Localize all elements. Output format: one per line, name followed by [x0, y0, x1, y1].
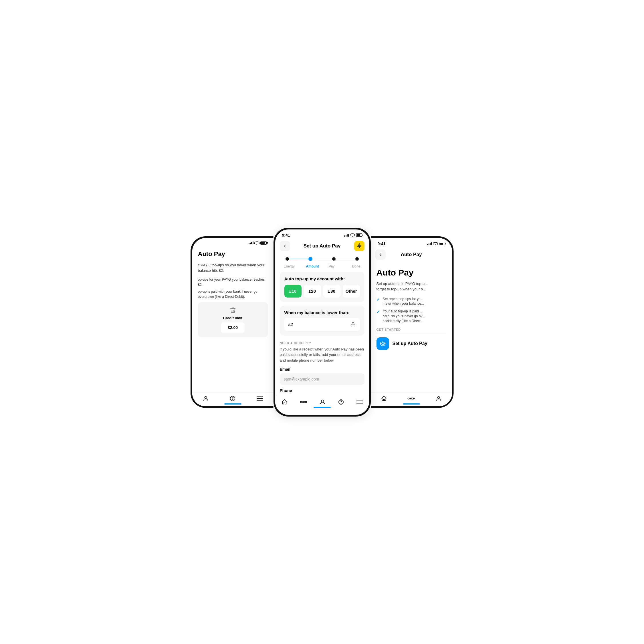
checkmark-1: ✓	[377, 297, 380, 302]
autopay-desc: Set up automatic PAYG top-u...forget to …	[377, 281, 446, 292]
status-bar-right: 9:41	[371, 238, 452, 247]
wifi-icon-right	[433, 242, 437, 245]
feature-text-2: Your auto top-up is paid ...card, so you…	[383, 309, 425, 323]
left-intro3: op-up is paid with your bank ll never go…	[198, 289, 268, 299]
signal-icon-center	[344, 234, 349, 237]
step-label-done: Done	[341, 264, 360, 268]
bottom-nav-left	[192, 392, 274, 406]
nav-network-center[interactable]	[300, 399, 307, 405]
step-dot-amount	[308, 257, 312, 261]
nav-account-right[interactable]	[435, 395, 442, 402]
balance-title: When my balance is lower than:	[284, 310, 360, 315]
get-started-label: GET STARTED	[377, 328, 446, 331]
nav-menu-left[interactable]	[257, 396, 263, 401]
credit-limit-label: Credit limit	[223, 316, 243, 320]
balance-value: £2	[288, 322, 293, 327]
wifi-icon-center	[350, 233, 354, 237]
battery-icon-center	[356, 233, 362, 237]
center-header-title: Set up Auto Pay	[304, 243, 341, 249]
wifi-icon-left	[255, 241, 259, 245]
svg-point-25	[437, 396, 439, 398]
screen-container: Auto Pay c PAYG top-ups so you never whe…	[165, 228, 479, 417]
step-line-2	[312, 259, 332, 259]
svg-point-15	[322, 400, 324, 402]
feature-text-1: Set repeat top-ups for yo...meter when y…	[383, 297, 424, 306]
amount-options: £10 £20 £30 Other	[284, 285, 360, 298]
left-phone-content: Auto Pay c PAYG top-ups so you never whe…	[192, 246, 274, 392]
phone-right: 9:41 Auto Pay	[371, 236, 454, 408]
balance-input-row: £2	[284, 318, 360, 331]
signal-icon-right	[427, 242, 432, 245]
setup-btn-label: Set up Auto Pay	[393, 341, 427, 346]
status-bar-left	[192, 238, 274, 246]
amount-btn-30[interactable]: £30	[323, 285, 340, 298]
credit-limit-card: Credit limit £2.00	[198, 302, 268, 337]
svg-point-21	[382, 343, 384, 345]
nav-account-center[interactable]	[319, 399, 326, 405]
feature-item-1: ✓ Set repeat top-ups for yo...meter when…	[377, 297, 446, 306]
left-intro1: c PAYG top-ups so you never when your ba…	[198, 262, 268, 274]
step-line-3	[336, 259, 355, 259]
right-header-title: Auto Pay	[401, 252, 422, 257]
time-center: 9:41	[282, 233, 290, 237]
autopay-title: Auto Pay	[377, 268, 446, 278]
svg-point-17	[341, 403, 341, 403]
signal-icon-left	[249, 241, 253, 244]
credit-limit-value: £2.00	[221, 322, 245, 333]
center-header: Set up Auto Pay	[275, 239, 369, 255]
progress-steps	[280, 255, 364, 265]
nav-menu-center[interactable]	[356, 399, 363, 405]
nav-help-center[interactable]	[338, 399, 344, 405]
setup-autopay-button[interactable]: Set up Auto Pay	[377, 337, 446, 350]
step-label-amount: Amount	[303, 264, 322, 268]
receipt-section: NEED A RECEIPT? If you'd like a receipt …	[275, 339, 369, 396]
back-button-center[interactable]	[280, 241, 290, 251]
checkmark-2: ✓	[377, 310, 380, 314]
battery-icon-left	[260, 241, 267, 245]
step-line-1	[289, 259, 309, 259]
lightning-button[interactable]	[354, 241, 364, 251]
nav-account-left[interactable]	[203, 395, 209, 402]
step-dot-pay	[332, 257, 336, 261]
email-input[interactable]: sam@example.com	[280, 373, 364, 385]
balance-card: When my balance is lower than: £2	[280, 306, 364, 336]
battery-icon-right	[439, 242, 445, 245]
step-dot-done	[355, 257, 359, 261]
phone-center: 9:41 Set up Auto Pay	[274, 228, 371, 417]
delete-icon[interactable]	[229, 307, 236, 314]
lock-icon	[350, 321, 356, 328]
steps-labels: Energy Amount Pay Done	[280, 264, 364, 268]
phone-label: Phone	[280, 388, 364, 393]
time-right: 9:41	[378, 241, 386, 246]
back-button-right[interactable]	[375, 249, 386, 260]
svg-point-5	[205, 396, 207, 398]
amount-btn-20[interactable]: £20	[304, 285, 321, 298]
svg-point-22	[408, 398, 409, 399]
feature-item-2: ✓ Your auto top-up is paid ...card, so y…	[377, 309, 446, 323]
amount-btn-10[interactable]: £10	[284, 285, 302, 298]
phone-left: Auto Pay c PAYG top-ups so you never whe…	[191, 236, 274, 408]
divider	[377, 334, 446, 334]
status-bar-center: 9:41	[275, 229, 369, 239]
svg-point-7	[233, 399, 233, 400]
topup-card: Auto top-up my account with: £10 £20 £30…	[280, 272, 364, 302]
step-label-pay: Pay	[322, 264, 341, 268]
nav-home-right[interactable]	[381, 395, 387, 402]
step-dot-energy	[286, 257, 289, 261]
receipt-label: NEED A RECEIPT?	[280, 341, 364, 345]
right-screen-content: Auto Pay Set up automatic PAYG top-u...f…	[371, 263, 452, 392]
topup-card-title: Auto top-up my account with:	[284, 276, 360, 281]
step-label-energy: Energy	[284, 264, 303, 268]
nav-home-center[interactable]	[281, 399, 288, 405]
email-label: Email	[280, 367, 364, 372]
setup-btn-icon	[377, 337, 389, 350]
svg-rect-11	[351, 324, 355, 327]
svg-rect-1	[232, 308, 234, 308]
left-title: Auto Pay	[198, 250, 268, 258]
bottom-nav-center	[275, 396, 369, 410]
nav-network-right[interactable]	[407, 396, 415, 401]
amount-btn-other[interactable]: Other	[343, 285, 360, 298]
nav-help-left[interactable]	[229, 395, 236, 402]
left-intro2: op-ups for your PAYG your balance reache…	[198, 277, 268, 287]
svg-point-12	[300, 401, 302, 403]
